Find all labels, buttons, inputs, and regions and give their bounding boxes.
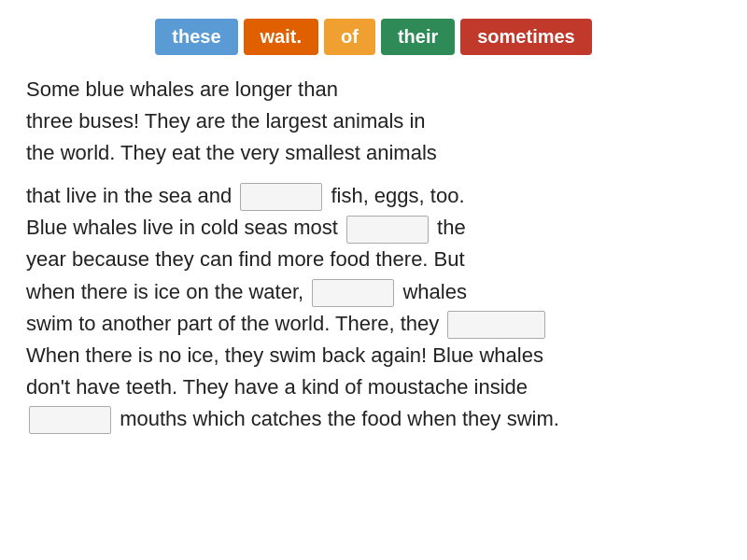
text-line10: don't have teeth. They have a kind of mo…: [26, 375, 528, 399]
text-line1: Some blue whales are longer than: [26, 77, 338, 101]
passage: Some blue whales are longer than three b…: [26, 74, 721, 435]
blank-3[interactable]: [312, 279, 394, 307]
chip-their[interactable]: their: [381, 19, 455, 55]
chip-of[interactable]: of: [324, 19, 375, 55]
text-line6: year because they can find more food the…: [26, 247, 465, 271]
text-line5b: the: [437, 216, 466, 239]
para-2: that live in the sea and fish, eggs, too…: [26, 180, 721, 435]
word-bank: these wait. of their sometimes: [26, 17, 721, 57]
para-1: Some blue whales are longer than three b…: [26, 74, 721, 169]
blank-2[interactable]: [346, 216, 429, 244]
text-line11b: mouths which catches the food when they …: [120, 407, 559, 430]
chip-these[interactable]: these: [155, 19, 237, 55]
blank-5[interactable]: [29, 406, 111, 434]
text-line7b: whales: [402, 280, 466, 303]
blank-1[interactable]: [240, 183, 322, 211]
text-line8a: swim to another part of the world. There…: [26, 312, 439, 335]
text-line9: When there is no ice, they swim back aga…: [26, 343, 543, 367]
text-line4b: fish, eggs, too.: [331, 184, 464, 207]
text-line5a: Blue whales live in cold seas most: [26, 216, 338, 239]
chip-wait[interactable]: wait.: [244, 19, 318, 55]
text-line7a: when there is ice on the water,: [26, 280, 303, 303]
blank-4[interactable]: [447, 311, 545, 339]
text-line3: the world. They eat the very smallest an…: [26, 141, 437, 164]
chip-sometimes[interactable]: sometimes: [460, 19, 592, 55]
text-line2: three buses! They are the largest animal…: [26, 109, 426, 133]
text-line4a: that live in the sea and: [26, 184, 232, 207]
